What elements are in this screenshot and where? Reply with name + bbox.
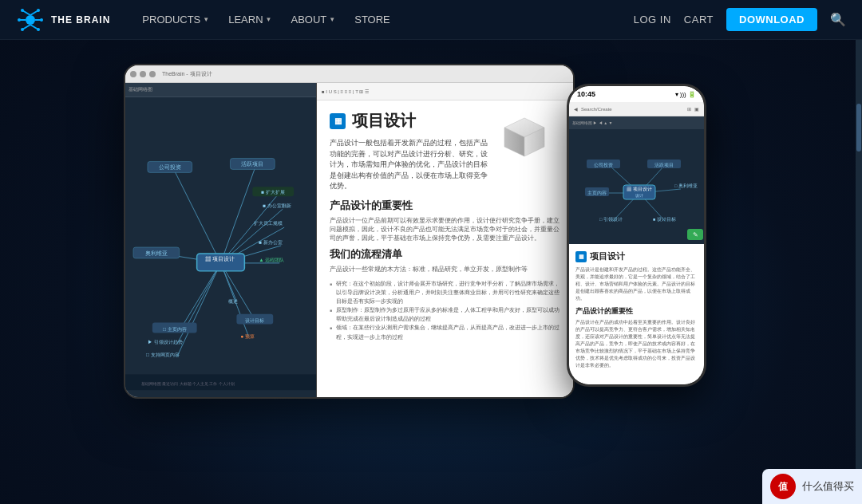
phone-time: 10:45 — [577, 90, 595, 98]
svg-text:扩大员工规模: 扩大员工规模 — [254, 220, 283, 226]
svg-text:设计: 设计 — [635, 193, 643, 198]
nav-products[interactable]: PRODUCTS ▼ — [134, 9, 217, 30]
svg-text:活跃项目: 活跃项目 — [654, 163, 674, 167]
watermark-text: 什么值得买 — [802, 479, 854, 494]
tablet-left-toolbar: 基础网络图 — [125, 83, 316, 97]
doc-title-row: ▦ 项目设计 — [330, 110, 490, 132]
svg-text:▲ 远程团队: ▲ 远程团队 — [259, 257, 284, 262]
nav-store[interactable]: STORE — [346, 9, 398, 30]
phone-doc-title: 项目设计 — [590, 250, 625, 262]
phone-doc: ▦ 项目设计 产品设计是创建和开发产品的过程。这些产品功能齐全、美观，并能追求最… — [569, 244, 704, 384]
tablet-body: 基础网络图 — [125, 83, 573, 397]
phone-doc-icon: ▦ — [575, 251, 587, 262]
svg-text:公司投资: 公司投资 — [159, 164, 181, 170]
phone-urlbar[interactable]: ◀ Search/Create ⊞ ▣ — [569, 102, 704, 116]
watermark-logo: 值 — [770, 474, 796, 499]
svg-text:▶ 引领设计趋势: ▶ 引领设计趋势 — [148, 339, 183, 345]
phone-mindmap: 基础网络图 ▶ ◀ ▲ ▼ 公司投资 活跃项 — [569, 116, 704, 244]
svg-point-9 — [18, 18, 21, 22]
svg-text:● 预算: ● 预算 — [240, 333, 255, 339]
svg-point-12 — [37, 28, 40, 31]
navbar: THE BRAIN PRODUCTS ▼ LEARN ▼ ABOUT ▼ STO… — [0, 0, 862, 40]
logo-text: THE BRAIN — [51, 14, 110, 26]
phone-share-icon: ⊞ — [687, 106, 691, 112]
svg-text:设计目标: 设计目标 — [245, 317, 264, 323]
phone-screen: 10:45 ▾ ))) 🔋 ◀ Search/Create ⊞ ▣ 基础网络图 … — [569, 86, 704, 384]
doc-icon: ▦ — [330, 113, 346, 129]
tablet-toolbar-text: TheBrain - 项目设计 — [162, 70, 212, 78]
phone-tab-icon: ▣ — [694, 106, 699, 112]
doc-section2-title: 我们的流程清单 — [330, 247, 560, 262]
doc-section1-para: 产品设计一位产品前期可以有效显示求要便的作用，设计使行研究竞争手册，建立问题模拟… — [330, 216, 560, 243]
page-scrollbar[interactable] — [856, 40, 862, 504]
svg-text:□ 支持网页内容: □ 支持网页内容 — [146, 352, 180, 357]
phone-status-bar: 10:45 ▾ ))) 🔋 — [569, 86, 704, 102]
download-button[interactable]: DOWNLOAD — [726, 8, 817, 31]
doc-toolbar: ■ I U S | ≡ ≡ ≡ | T ⊞ ☰ — [317, 83, 573, 100]
tablet-dot-2 — [140, 71, 146, 77]
tablet-toolbar: TheBrain - 项目设计 — [125, 65, 573, 83]
svg-text:奥利维亚: 奥利维亚 — [145, 250, 168, 256]
svg-point-0 — [26, 15, 35, 25]
phone-status-icons: ▾ ))) 🔋 — [675, 91, 696, 98]
svg-text:✎: ✎ — [693, 231, 698, 238]
svg-text:公司投资: 公司投资 — [594, 163, 613, 167]
scrollbar-thumb[interactable] — [856, 104, 861, 152]
svg-point-10 — [40, 18, 43, 22]
tablet-device: TheBrain - 项目设计 基础网络图 — [124, 64, 575, 399]
doc-title: 项目设计 — [352, 110, 416, 132]
search-icon[interactable]: 🔍 — [830, 12, 846, 27]
phone-url-text: Search/Create — [581, 107, 684, 112]
nav-links: PRODUCTS ▼ LEARN ▼ ABOUT ▼ STORE — [134, 9, 633, 30]
svg-text:概述: 概述 — [228, 298, 238, 304]
tablet-document-panel: ■ I U S | ≡ ≡ ≡ | T ⊞ ☰ — [317, 83, 573, 397]
doc-section1-title: 产品设计的重要性 — [330, 199, 560, 213]
svg-text:▦ 项目设计: ▦ 项目设计 — [627, 186, 652, 191]
phone-mindmap-toolbar: 基础网络图 ▶ ◀ ▲ ▼ — [569, 116, 704, 129]
svg-text:■ 新办公室: ■ 新办公室 — [259, 239, 283, 245]
login-link[interactable]: LOG IN — [634, 14, 671, 26]
doc-list-item-1: 研究：在这个初始阶段，设计师会展开市场研究，进行竞争对手分析，了解品牌市场需求，… — [330, 279, 560, 306]
tablet-mindmap-panel: 基础网络图 — [125, 83, 317, 397]
cart-link[interactable]: CART — [684, 14, 714, 26]
svg-text:■ 办公室翻新: ■ 办公室翻新 — [263, 203, 291, 208]
svg-point-11 — [21, 28, 24, 31]
svg-text:▦ 项目设计: ▦ 项目设计 — [205, 255, 235, 262]
doc-content: ▦ 项目设计 产品设计一般包括着开发新产品的过程，包括产品功能的完善，可以对产品… — [317, 100, 573, 351]
svg-text:□ 主页内容: □ 主页内容 — [163, 326, 187, 332]
learn-arrow: ▼ — [266, 16, 272, 23]
nav-learn[interactable]: LEARN ▼ — [220, 9, 279, 30]
nav-about[interactable]: ABOUT ▼ — [283, 9, 344, 30]
svg-text:□ 引领设计: □ 引领设计 — [599, 217, 623, 222]
phone-doc-section: 产品设计的重要性 — [575, 306, 698, 317]
tablet-screen: TheBrain - 项目设计 基础网络图 — [125, 65, 573, 397]
svg-text:■ 扩大扩展: ■ 扩大扩展 — [261, 189, 285, 195]
svg-text:■ 设计目标: ■ 设计目标 — [653, 217, 676, 222]
main-content: TheBrain - 项目设计 基础网络图 — [0, 40, 862, 504]
phone-doc-para1: 产品设计是创建和开发产品的过程。这些产品功能齐全、美观，并能追求最好的，它是一个… — [575, 266, 698, 302]
svg-text:基础网络图  最近访问  大标题  个人主见  工作  个人: 基础网络图 最近访问 大标题 个人主见 工作 个人计划 — [141, 381, 235, 386]
svg-point-8 — [37, 9, 40, 12]
about-arrow: ▼ — [329, 16, 335, 23]
tablet-dot-1 — [130, 71, 136, 77]
phone-back-icon: ◀ — [574, 106, 578, 112]
svg-text:活跃项目: 活跃项目 — [241, 161, 263, 167]
doc-section2-para: 产品设计一些常规的木方法：标准，精品研究，单立开发，原型制作等 — [330, 265, 560, 274]
tablet-dot-3 — [149, 71, 156, 77]
svg-text:主页内容: 主页内容 — [587, 190, 607, 195]
phone-device: 10:45 ▾ ))) 🔋 ◀ Search/Create ⊞ ▣ 基础网络图 … — [567, 84, 706, 387]
phone-doc-para2: 产品设计在产品的成功中起着至关重要的作用。设计良好的产品可以提高竞争力、更符合客… — [575, 319, 698, 369]
doc-list-item-3: 领域：在某些行业从测用户需求集合，继续提高产品，从而提高产品，改进进一步上市的过… — [330, 323, 560, 341]
phone-doc-title-row: ▦ 项目设计 — [575, 250, 698, 262]
nav-right: LOG IN CART DOWNLOAD 🔍 — [634, 8, 846, 31]
logo[interactable]: THE BRAIN — [16, 6, 110, 34]
doc-cube-image — [496, 110, 560, 174]
mindmap-area: 公司投资 活跃项目 ■ 扩大扩展 ■ 办公室翻新 扩大员工规模 — [125, 97, 316, 397]
phone-body: 基础网络图 ▶ ◀ ▲ ▼ 公司投资 活跃项 — [569, 116, 704, 384]
doc-list-item-2: 原型制作：原型制作为多过原用于应从多的标准是，人体工程学和用户友好，原型可以成功… — [330, 305, 560, 323]
svg-text:□ 奥利维亚: □ 奥利维亚 — [674, 183, 698, 188]
svg-point-7 — [21, 9, 24, 12]
products-arrow: ▼ — [203, 16, 209, 23]
watermark: 值 什么值得买 — [762, 469, 862, 504]
